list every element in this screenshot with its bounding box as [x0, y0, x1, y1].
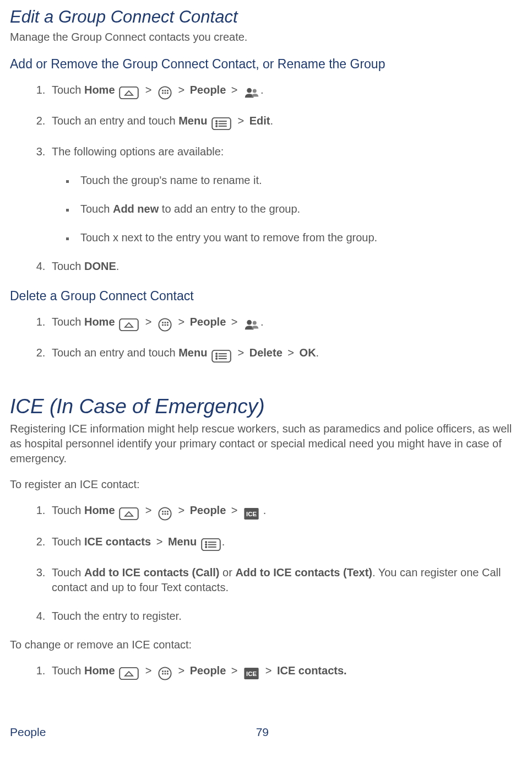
- footer: People 79: [10, 724, 522, 740]
- chevron: >: [176, 504, 187, 516]
- chevron: >: [263, 664, 274, 677]
- heading-ice: ICE (In Case of Emergency): [10, 393, 522, 420]
- chevron: >: [176, 316, 187, 328]
- desc-ice: Registering ICE information might help r…: [10, 421, 522, 466]
- text: Touch: [52, 504, 84, 516]
- label-ok: OK: [300, 347, 316, 359]
- text: or: [220, 566, 236, 578]
- step: Touch an entry and touch Menu > Edit.: [48, 113, 522, 131]
- step: The following options are available: Tou…: [48, 144, 522, 245]
- label-done: DONE: [84, 260, 116, 272]
- step: Touch Home > > People > > ICE contacts.: [48, 663, 522, 680]
- label-home: Home: [84, 316, 115, 328]
- chevron: >: [176, 664, 187, 677]
- step: Touch Add to ICE contacts (Call) or Add …: [48, 565, 522, 595]
- label-home: Home: [84, 664, 115, 677]
- group-icon: [244, 85, 259, 100]
- label-menu: Menu: [178, 347, 207, 359]
- apps-icon: [158, 666, 172, 680]
- home-icon: [119, 85, 139, 100]
- chevron: >: [143, 504, 154, 516]
- chevron: >: [229, 84, 240, 96]
- step: Touch the entry to register.: [48, 609, 522, 624]
- footer-section: People: [10, 724, 46, 740]
- label-people: People: [190, 316, 226, 328]
- steps-register-ice: Touch Home > > People > . Touch ICE cont…: [10, 503, 522, 623]
- label-home: Home: [84, 504, 115, 516]
- label-add-call: Add to ICE contacts (Call): [84, 566, 220, 578]
- desc-edit-group: Manage the Group Connect contacts you cr…: [10, 30, 522, 45]
- ice-icon: [244, 666, 259, 680]
- label-menu: Menu: [168, 536, 197, 548]
- text: Touch: [52, 664, 84, 677]
- text: Touch: [52, 316, 84, 328]
- group-icon: [244, 317, 259, 332]
- text: .: [270, 115, 274, 127]
- subhead-delete: Delete a Group Connect Contact: [10, 288, 522, 305]
- label-people: People: [190, 504, 226, 516]
- chevron: >: [229, 316, 240, 328]
- label-ice-contacts: ICE contacts.: [277, 664, 347, 677]
- chevron: >: [143, 316, 154, 328]
- steps-delete: Touch Home > > People > . Touch an entry…: [10, 315, 522, 363]
- menu-icon: [211, 348, 231, 363]
- substep: Touch Add new to add an entry to the gro…: [75, 202, 522, 217]
- chevron: >: [229, 664, 240, 677]
- label-people: People: [190, 84, 226, 96]
- text: .: [316, 347, 319, 359]
- label-ice-contacts: ICE contacts: [84, 536, 151, 548]
- text: Touch: [52, 566, 84, 578]
- steps-change-ice: Touch Home > > People > > ICE contacts.: [10, 663, 522, 680]
- steps-add-remove: Touch Home > > People > . Touch an entry…: [10, 83, 522, 274]
- label-edit: Edit: [249, 115, 270, 127]
- chevron: >: [176, 84, 187, 96]
- step: Touch ICE contacts > Menu .: [48, 534, 522, 551]
- substep: Touch the group's name to rename it.: [75, 173, 522, 188]
- text: to add an entry to the group.: [159, 203, 300, 215]
- heading-edit-group: Edit a Group Connect Contact: [10, 6, 522, 29]
- subhead-add-remove: Add or Remove the Group Connect Contact,…: [10, 56, 522, 73]
- label-delete: Delete: [249, 347, 283, 359]
- label-add-new: Add new: [113, 203, 159, 215]
- chevron: >: [236, 347, 247, 359]
- chevron: >: [236, 115, 247, 127]
- footer-page-number: 79: [256, 724, 269, 740]
- ice-icon: [244, 505, 259, 520]
- para-change: To change or remove an ICE contact:: [10, 637, 522, 652]
- text: .: [116, 260, 120, 272]
- substeps: Touch the group's name to rename it. Tou…: [52, 173, 522, 245]
- label-home: Home: [84, 84, 115, 96]
- step: Touch Home > > People > .: [48, 83, 522, 100]
- para-register: To register an ICE contact:: [10, 477, 522, 492]
- text: Touch an entry and touch: [52, 115, 178, 127]
- home-icon: [119, 505, 139, 520]
- home-icon: [119, 317, 139, 332]
- text: The following options are available:: [52, 145, 224, 158]
- step: Touch DONE.: [48, 259, 522, 274]
- apps-icon: [158, 85, 172, 100]
- step: Touch Home > > People > .: [48, 503, 522, 520]
- label-add-text: Add to ICE contacts (Text): [235, 566, 372, 578]
- menu-icon: [201, 537, 221, 551]
- chevron: >: [229, 504, 240, 516]
- step: Touch Home > > People > .: [48, 315, 522, 332]
- step: Touch an entry and touch Menu > Delete >…: [48, 345, 522, 363]
- chevron: >: [143, 84, 154, 96]
- text: Touch: [52, 536, 84, 548]
- label-people: People: [190, 664, 226, 677]
- home-icon: [119, 666, 139, 680]
- chevron: >: [285, 347, 296, 359]
- apps-icon: [158, 505, 172, 520]
- apps-icon: [158, 317, 172, 332]
- text: Touch: [80, 203, 113, 215]
- menu-icon: [211, 116, 231, 131]
- text: Touch an entry and touch: [52, 347, 178, 359]
- label-menu: Menu: [178, 115, 207, 127]
- chevron: >: [154, 536, 165, 548]
- chevron: >: [143, 664, 154, 677]
- substep: Touch x next to the entry you want to re…: [75, 230, 522, 245]
- text: Touch: [52, 84, 84, 96]
- text: Touch: [52, 260, 84, 272]
